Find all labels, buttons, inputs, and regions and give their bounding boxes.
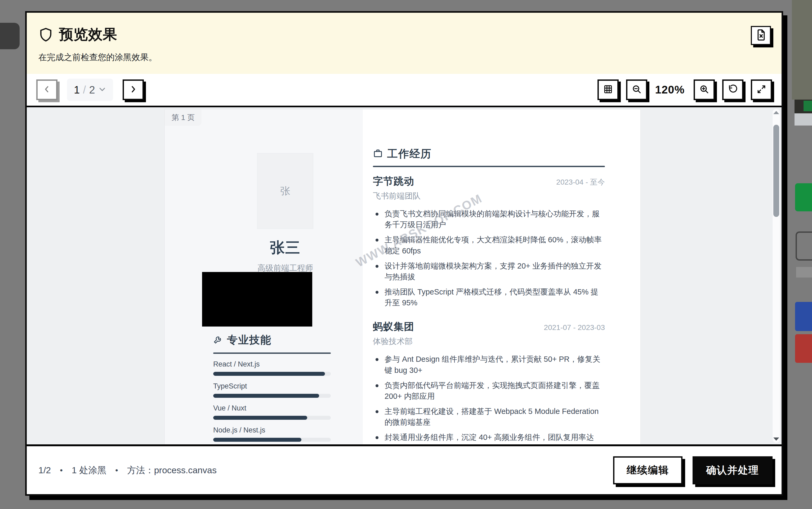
fullscreen-button[interactable] [751, 79, 772, 100]
skill-item: Node.js / Nest.js [213, 426, 331, 442]
prev-page-button[interactable] [36, 79, 58, 100]
backdrop-green-bit [804, 101, 812, 111]
zoom-out-button[interactable] [626, 79, 647, 100]
close-preview-button[interactable] [751, 26, 771, 45]
job-bullets: 参与 Ant Design 组件库维护与迭代，累计贡献 50+ PR，修复关键 … [373, 354, 605, 444]
page-selector[interactable]: 1 / 2 [67, 79, 113, 101]
skill-bar-fill [213, 372, 325, 376]
job-bullet: 负责内部低代码平台前端开发，实现拖拽式页面搭建引擎，覆盖 200+ 内部应用 [373, 380, 605, 402]
job-period: 2023-04 - 至今 [556, 177, 605, 187]
page-number-chip: 第 1 页 [165, 109, 202, 126]
scroll-down-icon[interactable] [773, 438, 779, 441]
continue-edit-button[interactable]: 继续编辑 [613, 456, 682, 484]
job-team: 体验技术部 [373, 336, 605, 347]
scroll-up-icon[interactable] [773, 111, 779, 114]
job-bullet: 推动团队 TypeScript 严格模式迁移，代码类型覆盖率从 45% 提升至 … [373, 286, 605, 308]
next-page-button[interactable] [123, 79, 144, 100]
skill-item: TypeScript [213, 382, 331, 398]
skill-bar-track [213, 372, 331, 376]
scrollbar-thumb[interactable] [773, 125, 779, 217]
page-separator: / [83, 84, 86, 96]
backdrop-dark-strip [794, 100, 812, 113]
stat-item: 1 处涂黑 [72, 464, 106, 476]
job-bullet: 封装通用业务组件库，沉淀 40+ 高频业务组件，团队复用率达 85% [373, 432, 605, 444]
shield-icon [38, 27, 53, 42]
job-entry: 蚂蚁集团 2021-07 - 2023-03 体验技术部 参与 Ant Desi… [373, 320, 605, 444]
chevron-right-icon [129, 85, 138, 95]
skill-bar-fill [213, 438, 301, 442]
avatar: 张 [257, 153, 313, 229]
skill-bar-track [213, 416, 331, 420]
job-team: 飞书前端团队 [373, 191, 605, 202]
resume-sidebar: 张 张三 高级前端工程师 专业技能 [165, 109, 363, 444]
skill-item: React / Next.js [213, 360, 331, 376]
screen: 预览效果 在完成之前检查您的涂黑效果。 [0, 0, 812, 509]
job-period: 2021-07 - 2023-03 [544, 324, 605, 332]
zoom-in-button[interactable] [693, 79, 715, 100]
stat-item: 方法：process.canvas [127, 464, 217, 476]
backdrop-outline-button [796, 232, 812, 261]
file-x-icon [755, 29, 767, 42]
skills-section: 专业技能 React / Next.js TypeScript Vue / Nu… [213, 333, 331, 444]
skills-heading: 专业技能 [227, 333, 271, 347]
job-company: 蚂蚁集团 [373, 320, 414, 333]
rotate-ccw-icon [728, 84, 738, 95]
page-current: 1 [74, 84, 80, 96]
job-company: 字节跳动 [373, 174, 414, 188]
zoom-in-icon [699, 84, 709, 95]
chevron-left-icon [42, 85, 52, 95]
job-entry: 字节跳动 2023-04 - 至今 飞书前端团队 负责飞书文档协同编辑模块的前端… [373, 174, 605, 308]
experience-heading: 工作经历 [387, 146, 432, 161]
skill-bar-fill [213, 416, 307, 420]
job-bullets: 负责飞书文档协同编辑模块的前端架构设计与核心功能开发，服务千万级日活用户主导编辑… [373, 208, 605, 308]
grid-icon [603, 84, 613, 95]
backdrop-green-button [795, 183, 812, 211]
job-bullet: 负责飞书文档协同编辑模块的前端架构设计与核心功能开发，服务千万级日活用户 [373, 208, 605, 230]
zoom-out-icon [632, 84, 642, 95]
skill-item: Vue / Nuxt [213, 404, 331, 420]
backdrop-gray-bit [796, 267, 812, 277]
skill-name: Vue / Nuxt [213, 404, 331, 412]
footer-status: 1/2•1 处涂黑•方法：process.canvas [38, 464, 217, 476]
stat-item: 1/2 [38, 465, 51, 475]
backdrop-left-dark-button [0, 23, 20, 49]
viewer-toolbar: 1 / 2 [27, 74, 782, 107]
thumbnail-grid-button[interactable] [598, 79, 619, 100]
resume-page: 第 1 页 张 张三 高级前端工程师 [165, 109, 640, 444]
stat-separator: • [60, 466, 63, 475]
zoom-level: 120% [655, 83, 685, 96]
skill-name: Node.js / Nest.js [213, 426, 331, 434]
backdrop-light-strip [794, 113, 812, 126]
modal-footer: 1/2•1 处涂黑•方法：process.canvas 继续编辑 确认并处理 [27, 444, 782, 494]
jobs-list: 字节跳动 2023-04 - 至今 飞书前端团队 负责飞书文档协同编辑模块的前端… [373, 174, 605, 444]
skill-bar-track [213, 438, 331, 442]
stat-separator: • [115, 466, 118, 475]
page-total: 2 [89, 84, 95, 96]
modal-subtitle: 在完成之前检查您的涂黑效果。 [38, 52, 770, 63]
skills-list: React / Next.js TypeScript Vue / Nuxt No… [213, 360, 331, 444]
job-bullet: 设计并落地前端微模块架构方案，支撑 20+ 业务插件的独立开发与热插拔 [373, 261, 605, 282]
preview-modal: 预览效果 在完成之前检查您的涂黑效果。 [25, 11, 783, 496]
chevron-down-icon [98, 85, 106, 94]
skill-name: React / Next.js [213, 360, 331, 368]
backdrop-blue-button [795, 302, 812, 331]
confirm-process-button[interactable]: 确认并处理 [692, 456, 773, 484]
job-bullet: 主导编辑器性能优化专项，大文档渲染耗时降低 60%，滚动帧率稳定 60fps [373, 234, 605, 256]
rotate-button[interactable] [722, 79, 743, 100]
backdrop-red-button [795, 334, 812, 363]
briefcase-icon [373, 148, 383, 160]
skill-name: TypeScript [213, 382, 331, 391]
document-viewer[interactable]: 第 1 页 张 张三 高级前端工程师 [27, 107, 782, 444]
experience-divider [373, 166, 605, 167]
redaction-box [202, 272, 312, 327]
wrench-icon [213, 335, 223, 345]
skills-divider [213, 352, 331, 354]
job-bullet: 参与 Ant Design 组件库维护与迭代，累计贡献 50+ PR，修复关键 … [373, 354, 605, 376]
viewer-scrollbar[interactable] [773, 109, 780, 443]
avatar-initial: 张 [280, 184, 290, 198]
skill-bar-track [213, 394, 331, 398]
person-name: 张三 [231, 238, 340, 258]
backdrop-top-right [792, 0, 812, 100]
modal-header: 预览效果 在完成之前检查您的涂黑效果。 [27, 13, 782, 74]
skill-bar-fill [213, 394, 319, 398]
